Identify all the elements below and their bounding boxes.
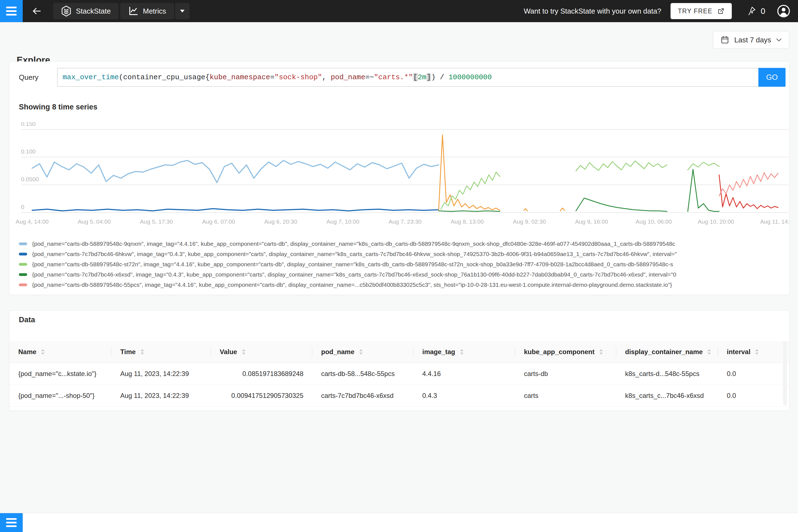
svg-text:0: 0 bbox=[21, 204, 24, 210]
metrics-tab[interactable]: Metrics bbox=[120, 3, 174, 19]
legend-swatch-icon bbox=[19, 283, 27, 286]
table-cell: carts-db bbox=[515, 363, 616, 385]
query-token: = bbox=[270, 73, 274, 81]
legend-text: {pod_name="carts-7c7bd7bc46-6hkvw", imag… bbox=[32, 251, 677, 258]
legend-item[interactable]: {pod_name="carts-7c7bd7bc46-6hkvw", imag… bbox=[19, 249, 785, 259]
legend-text: {pod_name="carts-7c7bd7bc46-x6xsd", imag… bbox=[32, 271, 676, 278]
column-header-kube_app_component[interactable]: kube_app_component bbox=[515, 341, 616, 363]
column-header-label: Time bbox=[120, 348, 136, 356]
query-token: ] bbox=[426, 73, 432, 81]
table-cell: carts-7c7bd7bc46-x6xsd bbox=[312, 385, 413, 406]
stackstate-app-button[interactable]: StackState bbox=[53, 3, 119, 19]
query-row: Query max_over_time(container_cpu_usage{… bbox=[19, 68, 785, 87]
column-header-Time[interactable]: Time bbox=[111, 341, 211, 363]
metrics-dropdown-caret[interactable] bbox=[175, 3, 190, 19]
table-header-row: NameTimeValuepod_nameimage_tagkube_app_c… bbox=[10, 341, 789, 363]
table-row: {pod_name="c...kstate.io"}Aug 11, 2023, … bbox=[10, 363, 789, 385]
sort-carets-icon bbox=[41, 348, 45, 355]
query-token: ( bbox=[119, 73, 123, 81]
svg-text:Aug 7, 23:30: Aug 7, 23:30 bbox=[388, 218, 421, 225]
table-cell: 0.009417512905730325 bbox=[211, 385, 312, 406]
query-token: "sock-shop" bbox=[274, 73, 322, 81]
column-header-label: image_tag bbox=[422, 348, 455, 356]
promo-text: Want to try StackState with your own dat… bbox=[524, 7, 661, 16]
chart-legend: {pod_name="carts-db-588979548c-9qnxm", i… bbox=[19, 239, 785, 290]
table-cell: {pod_name="...-shop-50"} bbox=[10, 385, 111, 406]
legend-item[interactable]: {pod_name="carts-db-588979548c-9qnxm", i… bbox=[19, 239, 785, 249]
query-token: ) bbox=[431, 73, 436, 81]
svg-text:Aug 9, 16:00: Aug 9, 16:00 bbox=[575, 218, 608, 225]
column-header-display_container_name[interactable]: display_container_name bbox=[616, 341, 718, 363]
column-header-image_tag[interactable]: image_tag bbox=[413, 341, 515, 363]
user-avatar-icon bbox=[777, 4, 790, 18]
avatar-button[interactable] bbox=[777, 4, 790, 18]
calendar-icon bbox=[720, 36, 729, 44]
svg-text:Aug 6, 20:30: Aug 6, 20:30 bbox=[264, 218, 297, 225]
chevron-down-icon bbox=[776, 38, 782, 42]
table-cell: k8s_carts-d...548c-55pcs bbox=[616, 363, 718, 385]
query-token: max_over_time bbox=[63, 73, 119, 81]
svg-text:Aug 8, 13:00: Aug 8, 13:00 bbox=[451, 218, 484, 225]
svg-text:0.100: 0.100 bbox=[21, 148, 36, 155]
sort-carets-icon bbox=[599, 348, 603, 355]
query-token: =~ bbox=[365, 73, 374, 81]
try-free-button[interactable]: TRY FREE bbox=[670, 3, 732, 19]
column-header-label: Value bbox=[220, 348, 237, 356]
column-header-interval[interactable]: interval bbox=[718, 341, 789, 363]
stackstate-logo-icon bbox=[61, 5, 72, 17]
column-header-label: interval bbox=[727, 348, 750, 356]
svg-text:Aug 5, 17:30: Aug 5, 17:30 bbox=[140, 218, 173, 225]
legend-text: {pod_name="carts-db-588979548c-55pcs", i… bbox=[32, 282, 672, 288]
legend-swatch-icon bbox=[19, 273, 27, 276]
time-range-selector[interactable]: Last 7 days bbox=[713, 31, 789, 49]
legend-item[interactable]: {pod_name="carts-db-588979548c-st72n", i… bbox=[19, 259, 785, 269]
page-header: Explore Last 7 days bbox=[0, 22, 798, 61]
table-cell: 4.4.16 bbox=[413, 363, 515, 385]
legend-item[interactable]: {pod_name="carts-7c7bd7bc46-x6xsd", imag… bbox=[19, 269, 785, 280]
bottom-hamburger-menu-button[interactable] bbox=[0, 513, 23, 532]
table-cell: Aug 11, 2023, 14:22:39 bbox=[111, 385, 211, 406]
legend-text: {pod_name="carts-db-588979548c-st72n", i… bbox=[32, 261, 673, 268]
column-header-pod_name[interactable]: pod_name bbox=[312, 341, 413, 363]
query-token: { bbox=[205, 73, 210, 81]
sort-carets-icon bbox=[755, 348, 759, 355]
hamburger-menu-button[interactable] bbox=[0, 0, 23, 22]
query-token: "carts.*" bbox=[374, 73, 413, 81]
column-header-Name[interactable]: Name bbox=[10, 341, 111, 363]
go-button[interactable]: GO bbox=[758, 68, 785, 87]
table-body: {pod_name="c...kstate.io"}Aug 11, 2023, … bbox=[10, 363, 789, 407]
data-table-title: Data bbox=[19, 316, 35, 324]
caret-down-icon bbox=[180, 10, 185, 13]
column-header-label: kube_app_component bbox=[524, 348, 595, 356]
table-scrollbar[interactable] bbox=[783, 341, 787, 405]
query-input[interactable]: max_over_time(container_cpu_usage{kube_n… bbox=[57, 68, 758, 87]
time-range-label: Last 7 days bbox=[734, 36, 771, 44]
query-token: [ bbox=[413, 73, 418, 81]
table-cell: 0.0 bbox=[718, 385, 789, 406]
back-button[interactable] bbox=[31, 5, 42, 17]
table-cell: Aug 11, 2023, 14:22:39 bbox=[111, 363, 211, 385]
menu-icon bbox=[6, 518, 17, 520]
query-token: pod_name bbox=[330, 73, 365, 81]
chart-title: Showing 8 time series bbox=[19, 103, 97, 111]
svg-text:Aug 10, 20:00: Aug 10, 20:00 bbox=[698, 218, 734, 225]
legend-item[interactable]: {pod_name="carts-db-588979548c-55pcs", i… bbox=[19, 280, 785, 290]
sort-carets-icon bbox=[140, 348, 144, 355]
data-card: Data NameTimeValuepod_nameimage_tagkube_… bbox=[9, 310, 790, 411]
pin-button[interactable]: 0 bbox=[747, 6, 765, 16]
svg-text:Aug 4, 14:00: Aug 4, 14:00 bbox=[16, 218, 49, 225]
try-free-label: TRY FREE bbox=[678, 7, 712, 15]
query-code: max_over_time(container_cpu_usage{kube_n… bbox=[63, 73, 492, 81]
query-token: 2m bbox=[418, 73, 426, 81]
table-cell: 0.0 bbox=[718, 363, 789, 385]
table-cell: carts-db-58...548c-55pcs bbox=[312, 363, 413, 385]
column-header-Value[interactable]: Value bbox=[211, 341, 312, 363]
legend-swatch-icon bbox=[19, 243, 27, 245]
legend-swatch-icon bbox=[19, 253, 27, 255]
sort-carets-icon bbox=[707, 348, 711, 355]
timeseries-chart[interactable]: 00.05000.1000.150Aug 4, 14:00Aug 5, 04:0… bbox=[10, 122, 789, 233]
svg-text:Aug 6, 07:00: Aug 6, 07:00 bbox=[202, 218, 235, 225]
sort-carets-icon bbox=[359, 348, 363, 355]
query-token: 1000000000 bbox=[449, 73, 492, 81]
external-link-icon bbox=[717, 7, 725, 15]
